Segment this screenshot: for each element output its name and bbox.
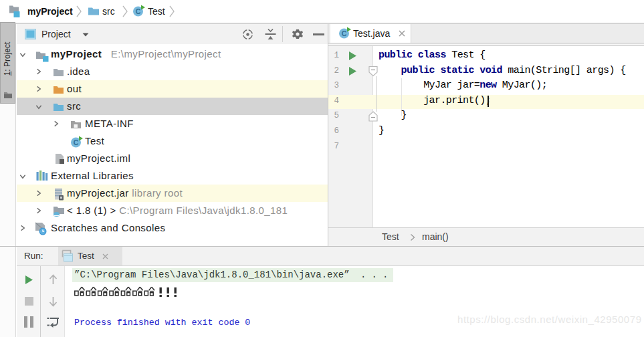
svg-text:C: C xyxy=(74,138,79,146)
svg-text:C: C xyxy=(342,29,347,37)
svg-text:C: C xyxy=(136,7,141,15)
